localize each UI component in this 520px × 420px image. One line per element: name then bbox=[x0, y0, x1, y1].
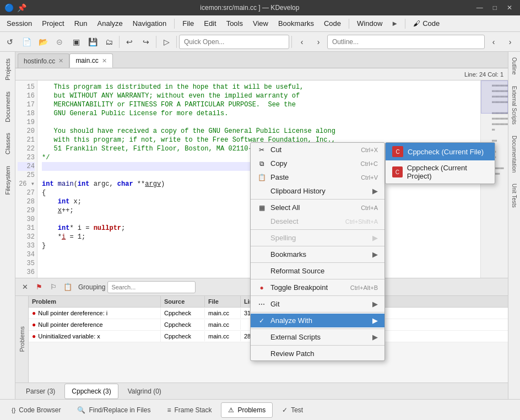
cm-clipboard-history[interactable]: Clipboard History ▶ bbox=[251, 184, 384, 198]
sm-cppcheck-current-project[interactable]: C Cppcheck (Current Project) bbox=[386, 160, 495, 184]
sidebar-projects[interactable]: Projects bbox=[2, 54, 13, 85]
cm-review-patch[interactable]: Review Patch bbox=[251, 347, 384, 360]
menu-project[interactable]: Project bbox=[37, 17, 68, 30]
bottom-find-replace[interactable]: 🔍 Find/Replace in Files bbox=[70, 402, 158, 418]
sm-cppcheck-current-file[interactable]: C Cppcheck (Current File) bbox=[386, 143, 495, 160]
cm-reformat[interactable]: Reformat Source bbox=[251, 264, 384, 278]
cm-sep-9 bbox=[251, 345, 384, 346]
window-title: icemon:src/main.cc ] — KDevelop bbox=[26, 4, 473, 12]
menu-session[interactable]: Session bbox=[2, 17, 36, 30]
menu-code-extra[interactable]: 🖌 Code bbox=[409, 17, 444, 30]
toolbar-save[interactable]: 💾 bbox=[85, 34, 100, 50]
menu-tools[interactable]: Tools bbox=[222, 17, 247, 30]
menu-analyze[interactable]: Analyze bbox=[93, 17, 127, 30]
problem-source: Cppcheck bbox=[161, 320, 205, 330]
tab-hostinfo[interactable]: hostinfo.cc ✕ bbox=[18, 53, 69, 68]
cm-analyze-with[interactable]: ✓ Analyze With ▶ bbox=[251, 314, 384, 327]
quick-open-input[interactable] bbox=[179, 35, 289, 49]
toolbar-window[interactable]: ▣ bbox=[68, 34, 84, 50]
cm-sep-4 bbox=[251, 262, 384, 263]
bottom-frame-stack[interactable]: ≡ Frame Stack bbox=[160, 402, 219, 418]
tab-main[interactable]: main.cc ✕ bbox=[69, 53, 112, 68]
menu-code[interactable]: Code bbox=[319, 17, 345, 30]
bottom-test[interactable]: ✓ Test bbox=[275, 402, 310, 418]
cm-toggle-breakpoint[interactable]: ● Toggle Breakpoint Ctrl+Alt+B bbox=[251, 281, 384, 294]
problems-sidebar-label: Problems bbox=[19, 326, 25, 352]
cm-copy-label: Copy bbox=[270, 159, 287, 168]
problems-filter-errors[interactable]: ⚑ bbox=[33, 281, 45, 293]
toolbar-new-file[interactable]: 📄 bbox=[19, 34, 34, 50]
editor-tabs: hostinfo.cc ✕ main.cc ✕ bbox=[15, 52, 508, 68]
toolbar: ↺ 📄 📂 ⊝ ▣ 💾 🗂 ↩ ↪ ▷ ‹ › ‹ › bbox=[0, 32, 520, 52]
problems-search[interactable] bbox=[107, 281, 196, 293]
sidebar-filesystem[interactable]: Filesystem bbox=[2, 161, 13, 200]
maximize-icon[interactable]: □ bbox=[490, 3, 500, 13]
menu-bookmarks[interactable]: Bookmarks bbox=[274, 17, 318, 30]
header-problem: Problem bbox=[29, 296, 161, 307]
cm-sep-1 bbox=[251, 199, 384, 200]
bottom-code-browser[interactable]: {} Code Browser bbox=[4, 402, 68, 418]
grouping-label: Grouping bbox=[78, 283, 105, 291]
bottom-problems[interactable]: ⚠ Problems bbox=[221, 402, 273, 418]
error-icon: ● bbox=[32, 321, 36, 329]
problem-file: main.cc bbox=[205, 320, 241, 330]
error-icon: ● bbox=[32, 309, 36, 317]
cm-cut[interactable]: ✂ Cut Ctrl+X bbox=[251, 143, 384, 157]
rs-outline[interactable]: Outline bbox=[510, 54, 519, 78]
cm-paste-label: Paste bbox=[270, 173, 289, 181]
toolbar-undo[interactable]: ↩ bbox=[122, 34, 137, 50]
menu-window[interactable]: Window bbox=[353, 17, 387, 30]
toolbar-redo[interactable]: ↪ bbox=[138, 34, 154, 50]
menu-view[interactable]: View bbox=[248, 17, 273, 30]
menu-run[interactable]: Run bbox=[70, 17, 92, 30]
menu-edit[interactable]: Edit bbox=[199, 17, 220, 30]
toolbar-save-all[interactable]: 🗂 bbox=[101, 34, 117, 50]
tab-main-close[interactable]: ✕ bbox=[102, 57, 107, 64]
cm-select-all[interactable]: ▦ Select All Ctrl+A bbox=[251, 201, 384, 214]
cm-sep-3 bbox=[251, 246, 384, 246]
close-icon[interactable]: ✕ bbox=[503, 3, 516, 13]
rs-unit-tests[interactable]: Unit Tests bbox=[510, 180, 519, 211]
cm-git[interactable]: ⋯ Git ▶ bbox=[251, 297, 384, 311]
cm-copy-shortcut: Ctrl+C bbox=[361, 160, 378, 167]
toolbar-run[interactable]: ▷ bbox=[159, 34, 174, 50]
cm-copy[interactable]: ⧉ Copy Ctrl+C bbox=[251, 157, 384, 170]
toolbar-close-file[interactable]: ⊝ bbox=[52, 34, 67, 50]
problem-source: Cppcheck bbox=[161, 308, 205, 318]
navigate-back[interactable]: ‹ bbox=[294, 34, 310, 50]
pin-icon[interactable]: 📌 bbox=[17, 3, 26, 12]
rs-external-scripts[interactable]: External Scripts bbox=[510, 83, 519, 128]
toolbar-outline-prev[interactable]: ‹ bbox=[486, 34, 501, 50]
menubar: Session Project Run Analyze Navigation F… bbox=[0, 15, 520, 32]
toolbar-open-file[interactable]: 📂 bbox=[35, 34, 51, 50]
find-replace-icon: 🔍 bbox=[77, 406, 85, 414]
outline-input[interactable] bbox=[327, 35, 485, 49]
tab-hostinfo-close[interactable]: ✕ bbox=[58, 57, 63, 64]
cm-external-scripts[interactable]: External Scripts ▶ bbox=[251, 330, 384, 344]
problems-clipboard[interactable]: 📋 bbox=[62, 281, 74, 293]
tab-cppcheck-label: Cppcheck (3) bbox=[72, 387, 111, 395]
minimize-icon[interactable]: — bbox=[473, 3, 486, 13]
toolbar-outline-next[interactable]: › bbox=[502, 34, 518, 50]
cm-bookmarks[interactable]: Bookmarks ▶ bbox=[251, 247, 384, 261]
sidebar-documents[interactable]: Documents bbox=[2, 87, 13, 127]
cm-sep-2 bbox=[251, 229, 384, 230]
test-icon: ✓ bbox=[282, 406, 288, 414]
minimap-viewport[interactable] bbox=[481, 80, 508, 114]
problem-text: ● Null pointer dereference bbox=[29, 319, 161, 330]
menu-more[interactable]: ► bbox=[388, 17, 402, 30]
toolbar-new-session[interactable]: ↺ bbox=[2, 34, 18, 50]
menu-navigation[interactable]: Navigation bbox=[128, 17, 171, 30]
problems-filter-warnings[interactable]: ⚐ bbox=[47, 281, 59, 293]
tab-valgrind[interactable]: Valgrind (0) bbox=[121, 384, 169, 399]
cm-spelling-label: Spelling bbox=[270, 234, 296, 242]
problems-close[interactable]: ✕ bbox=[19, 281, 31, 293]
rs-documentation[interactable]: Documentation bbox=[510, 132, 519, 176]
problems-label: Problems bbox=[237, 406, 266, 414]
tab-parser[interactable]: Parser (3) bbox=[19, 384, 62, 399]
sidebar-classes[interactable]: Classes bbox=[2, 128, 13, 159]
cm-paste[interactable]: 📋 Paste Ctrl+V bbox=[251, 170, 384, 184]
tab-cppcheck[interactable]: Cppcheck (3) bbox=[64, 384, 118, 399]
menu-file[interactable]: File bbox=[178, 17, 198, 30]
navigate-forward[interactable]: › bbox=[311, 34, 326, 50]
